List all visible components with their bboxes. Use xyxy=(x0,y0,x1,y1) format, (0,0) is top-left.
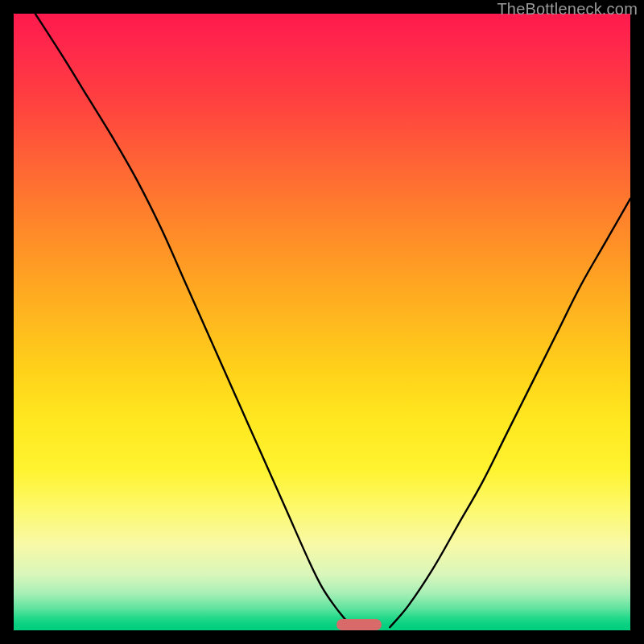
watermark-text: TheBottleneck.com xyxy=(497,0,638,19)
bottleneck-curve xyxy=(14,14,630,630)
plot-area xyxy=(14,14,630,630)
optimal-marker xyxy=(336,619,381,630)
chart-frame: TheBottleneck.com xyxy=(0,0,644,644)
curve-path xyxy=(35,14,630,627)
